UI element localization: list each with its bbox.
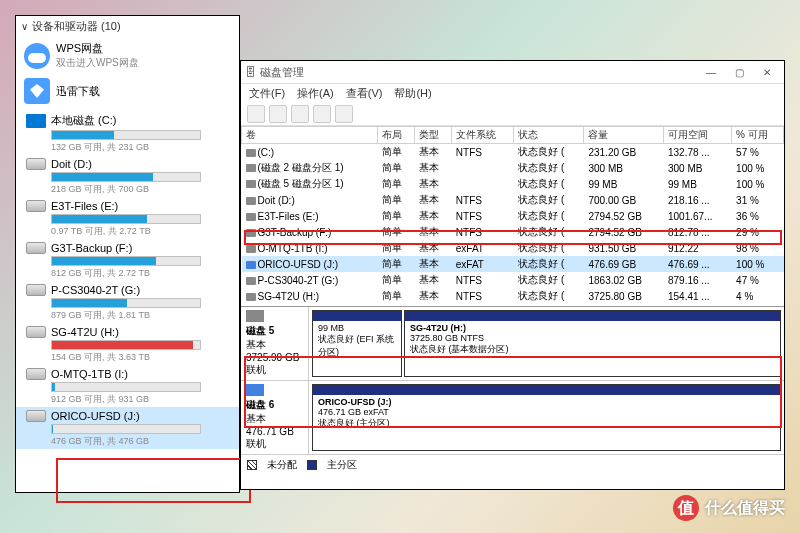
column-header[interactable]: 文件系统: [451, 127, 513, 144]
volume-icon: [246, 277, 256, 285]
column-header[interactable]: 卷: [242, 127, 378, 144]
usb-disk-icon: [246, 384, 264, 396]
column-header[interactable]: 类型: [414, 127, 451, 144]
drive-name: P-CS3040-2T (G:): [51, 284, 140, 296]
hdd-icon: [26, 242, 46, 254]
menu-bar: 文件(F)操作(A)查看(V)帮助(H): [241, 84, 784, 103]
back-button[interactable]: [247, 105, 265, 123]
watermark-center: @bidiankuwan: [410, 465, 482, 477]
disk-management-window: 🗄 磁盘管理 — ▢ ✕ 文件(F)操作(A)查看(V)帮助(H) 卷布局类型文…: [240, 60, 785, 490]
drive-item[interactable]: SG-4T2U (H:)154 GB 可用, 共 3.63 TB: [16, 323, 239, 365]
disk5-partition-efi[interactable]: 99 MB 状态良好 (EFI 系统分区): [312, 310, 402, 377]
volume-row[interactable]: (磁盘 5 磁盘分区 1)简单基本状态良好 (99 MB99 MB100 %: [242, 176, 784, 192]
volume-icon: [246, 164, 256, 172]
close-button[interactable]: ✕: [754, 63, 780, 81]
drive-item[interactable]: Doit (D:)218 GB 可用, 共 700 GB: [16, 155, 239, 197]
primary-label: 主分区: [327, 458, 357, 472]
disk-5-label: 磁盘 5 基本 3725.90 GB 联机: [241, 307, 309, 380]
menu-item[interactable]: 帮助(H): [394, 86, 431, 101]
drive-name: G3T-Backup (F:): [51, 242, 132, 254]
volume-icon: [246, 197, 256, 205]
disk6-partition[interactable]: ORICO-UFSD (J:) 476.71 GB exFAT 状态良好 (主分…: [312, 384, 781, 451]
column-header[interactable]: 可用空间: [663, 127, 731, 144]
volume-table[interactable]: 卷布局类型文件系统状态容量可用空间% 可用 (C:)简单基本NTFS状态良好 (…: [241, 126, 784, 304]
volume-row[interactable]: O-MTQ-1TB (I:)简单基本exFAT状态良好 (931.50 GB91…: [242, 240, 784, 256]
drive-name: ORICO-UFSD (J:): [51, 410, 140, 422]
drive-item[interactable]: 本地磁盘 (C:)132 GB 可用, 共 231 GB: [16, 110, 239, 155]
xunlei-name: 迅雷下载: [56, 84, 100, 99]
primary-swatch: [307, 460, 317, 470]
drive-name: O-MTQ-1TB (I:): [51, 368, 128, 380]
drive-info: 476 GB 可用, 共 476 GB: [51, 435, 231, 448]
drive-name: 本地磁盘 (C:): [51, 113, 116, 128]
minimize-button[interactable]: —: [698, 63, 724, 81]
title-bar[interactable]: 🗄 磁盘管理 — ▢ ✕: [241, 61, 784, 84]
volume-icon: [246, 245, 256, 253]
drive-info: 879 GB 可用, 共 1.81 TB: [51, 309, 231, 322]
disk-layout-pane: 磁盘 5 基本 3725.90 GB 联机 99 MB 状态良好 (EFI 系统…: [241, 306, 784, 475]
drive-name: Doit (D:): [51, 158, 92, 170]
unallocated-swatch: [247, 460, 257, 470]
volume-row[interactable]: SG-4T2U (H:)简单基本NTFS状态良好 (3725.80 GB154.…: [242, 288, 784, 304]
column-header[interactable]: % 可用: [732, 127, 784, 144]
disk-6-row[interactable]: 磁盘 6 基本 476.71 GB 联机 ORICO-UFSD (J:) 476…: [241, 381, 784, 455]
window-title: 磁盘管理: [260, 65, 304, 80]
column-header[interactable]: 布局: [377, 127, 414, 144]
drive-info: 912 GB 可用, 共 931 GB: [51, 393, 231, 406]
xunlei-icon: [24, 78, 50, 104]
disk-icon: 🗄: [245, 66, 256, 78]
volume-icon: [246, 213, 256, 221]
disk5-partition-data[interactable]: SG-4T2U (H:) 3725.80 GB NTFS 状态良好 (基本数据分…: [404, 310, 781, 377]
volume-row[interactable]: P-CS3040-2T (G:)简单基本NTFS状态良好 (1863.02 GB…: [242, 272, 784, 288]
hdd-icon: [26, 158, 46, 170]
maximize-button[interactable]: ▢: [726, 63, 752, 81]
menu-item[interactable]: 查看(V): [346, 86, 383, 101]
disk-5-row[interactable]: 磁盘 5 基本 3725.90 GB 联机 99 MB 状态良好 (EFI 系统…: [241, 307, 784, 381]
drive-info: 218 GB 可用, 共 700 GB: [51, 183, 231, 196]
cloud-icon: [24, 43, 50, 69]
column-header[interactable]: 容量: [584, 127, 663, 144]
properties-button[interactable]: [313, 105, 331, 123]
devices-header[interactable]: ∨ 设备和驱动器 (10): [16, 16, 239, 37]
volume-row[interactable]: (C:)简单基本NTFS状态良好 (231.20 GB132.78 ...57 …: [242, 144, 784, 161]
drive-item[interactable]: ORICO-UFSD (J:)476 GB 可用, 共 476 GB: [16, 407, 239, 449]
drive-item[interactable]: G3T-Backup (F:)812 GB 可用, 共 2.72 TB: [16, 239, 239, 281]
watermark: 值 什么值得买: [673, 495, 785, 521]
volume-row[interactable]: Doit (D:)简单基本NTFS状态良好 (700.00 GB218.16 .…: [242, 192, 784, 208]
drive-info: 0.97 TB 可用, 共 2.72 TB: [51, 225, 231, 238]
chevron-down-icon: ∨: [21, 21, 28, 32]
drive-item[interactable]: P-CS3040-2T (G:)879 GB 可用, 共 1.81 TB: [16, 281, 239, 323]
menu-item[interactable]: 操作(A): [297, 86, 334, 101]
disk-icon: [246, 310, 264, 322]
volume-row[interactable]: E3T-Files (E:)简单基本NTFS状态良好 (2794.52 GB10…: [242, 208, 784, 224]
legend: 未分配 主分区: [241, 455, 784, 475]
watermark-text: 什么值得买: [705, 498, 785, 519]
windows-icon: [26, 114, 46, 128]
column-header[interactable]: 状态: [514, 127, 584, 144]
hdd-icon: [26, 410, 46, 422]
toolbar: [241, 103, 784, 126]
forward-button[interactable]: [269, 105, 287, 123]
help-button[interactable]: [335, 105, 353, 123]
menu-item[interactable]: 文件(F): [249, 86, 285, 101]
drive-info: 812 GB 可用, 共 2.72 TB: [51, 267, 231, 280]
explorer-panel: ∨ 设备和驱动器 (10) WPS网盘 双击进入WPS网盘 迅雷下载 本地磁盘 …: [15, 15, 240, 493]
xunlei-item[interactable]: 迅雷下载: [16, 74, 239, 108]
wps-drive-item[interactable]: WPS网盘 双击进入WPS网盘: [16, 37, 239, 74]
volume-row[interactable]: (磁盘 2 磁盘分区 1)简单基本状态良好 (300 MB300 MB100 %: [242, 160, 784, 176]
devices-header-label: 设备和驱动器 (10): [32, 19, 121, 34]
hdd-icon: [26, 368, 46, 380]
drive-item[interactable]: O-MTQ-1TB (I:)912 GB 可用, 共 931 GB: [16, 365, 239, 407]
drive-item[interactable]: E3T-Files (E:)0.97 TB 可用, 共 2.72 TB: [16, 197, 239, 239]
highlight-box-drive: [56, 458, 251, 503]
hdd-icon: [26, 326, 46, 338]
volume-icon: [246, 229, 256, 237]
drive-info: 154 GB 可用, 共 3.63 TB: [51, 351, 231, 364]
volume-row[interactable]: ORICO-UFSD (J:)简单基本exFAT状态良好 (476.69 GB4…: [242, 256, 784, 272]
volume-icon: [246, 149, 256, 157]
volume-icon: [246, 261, 256, 269]
unallocated-label: 未分配: [267, 458, 297, 472]
refresh-button[interactable]: [291, 105, 309, 123]
hdd-icon: [26, 284, 46, 296]
volume-row[interactable]: G3T-Backup (F:)简单基本NTFS状态良好 (2794.52 GB8…: [242, 224, 784, 240]
